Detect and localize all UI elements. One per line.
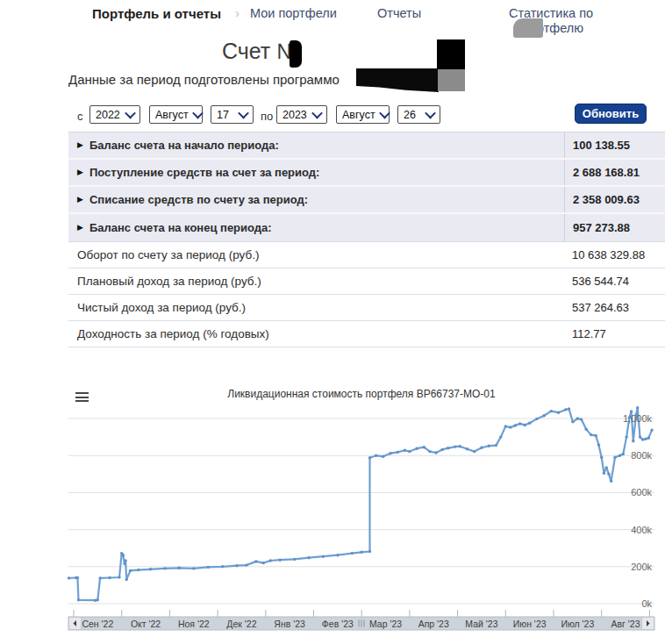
data-point-marker (466, 447, 468, 450)
to-label: по (261, 110, 273, 123)
from-label: с (77, 110, 83, 123)
data-point-marker (351, 552, 354, 555)
to-month-select[interactable]: Август (336, 105, 390, 124)
data-point-marker (368, 456, 371, 459)
data-point-marker (221, 565, 224, 568)
to-year-select[interactable]: 2023 (276, 105, 327, 124)
data-point-marker (124, 559, 126, 562)
data-point-marker (408, 450, 411, 453)
data-point-marker (192, 567, 195, 569)
data-point-marker (97, 598, 99, 601)
account-summary-table: ▶Баланс счета на начало периода: 100 138… (68, 132, 665, 347)
to-day-value: 26 (404, 109, 416, 121)
data-point-marker (254, 560, 257, 562)
chevron-down-icon (425, 108, 436, 119)
row-value: 10 638 329.88 (564, 242, 665, 268)
row-label: Баланс счета на начало периода: (89, 139, 279, 152)
row-label: Чистый доход за период (руб.) (77, 301, 246, 314)
data-point-marker (108, 576, 111, 579)
data-point-marker (361, 551, 363, 554)
data-point-marker (636, 406, 639, 409)
data-point-marker (590, 433, 592, 436)
x-axis-label: Авг '23 (611, 619, 640, 629)
data-point-marker (495, 444, 497, 447)
table-row: Плановый доход за период (руб.) 536 544.… (68, 268, 665, 295)
data-point-marker (336, 554, 339, 556)
x-axis-label: Июн '23 (513, 619, 547, 629)
y-axis-label: 200k (631, 562, 652, 572)
to-day-select[interactable]: 26 (397, 105, 440, 124)
data-point-marker (535, 418, 538, 420)
data-point-marker (639, 435, 641, 438)
data-point-marker (415, 447, 418, 450)
data-point-marker (580, 418, 583, 420)
y-axis-label: 0k (641, 598, 652, 609)
data-point-marker (375, 454, 377, 457)
data-point-marker (610, 480, 612, 483)
data-point-marker (564, 408, 567, 411)
expand-arrow-icon[interactable]: ▶ (77, 141, 83, 149)
data-point-marker (389, 452, 391, 454)
data-point-marker (440, 448, 443, 451)
chevron-down-icon (311, 108, 323, 119)
row-label: Баланс счета на конец периода: (89, 221, 272, 234)
redacted-account-number (290, 40, 302, 68)
nav-my-portfolios[interactable]: Мои портфели (250, 6, 337, 20)
x-axis-label: Ноя '22 (178, 619, 210, 629)
data-point-marker (149, 568, 152, 570)
data-point-marker (404, 449, 406, 452)
data-point-marker (322, 555, 325, 558)
nav-reports[interactable]: Отчеты (377, 6, 421, 20)
row-label: Поступление средств на счет за период: (89, 166, 319, 179)
data-point-marker (597, 443, 600, 446)
row-value: 2 358 009.63 (564, 187, 665, 212)
from-year-select[interactable]: 2022 (89, 105, 140, 124)
data-point-marker (122, 554, 125, 556)
data-point-marker (600, 456, 603, 459)
data-point-marker (428, 450, 431, 453)
from-month-select[interactable]: Август (149, 105, 203, 124)
table-row: Чистый доход за период (руб.) 537 264.63 (68, 295, 665, 321)
expand-arrow-icon[interactable]: ▶ (77, 224, 83, 232)
data-point-marker (647, 437, 650, 440)
chevron-down-icon (192, 108, 204, 119)
to-month-value: Август (342, 109, 375, 121)
data-point-marker (125, 578, 128, 581)
data-point-marker (163, 567, 166, 569)
row-value: 112.77 (564, 321, 665, 347)
data-point-marker (557, 411, 560, 414)
data-point-marker (423, 446, 425, 448)
expand-arrow-icon[interactable]: ▶ (77, 196, 83, 204)
data-point-marker (129, 569, 132, 572)
x-axis-label: Окт '22 (131, 619, 161, 629)
report-note: Данные за период подготовлены программо (68, 72, 340, 87)
y-axis-label: 400k (631, 525, 652, 535)
table-row[interactable]: ▶Баланс счета на конец периода: 957 273.… (68, 214, 665, 242)
x-axis-label: Мар '23 (369, 619, 402, 629)
chevron-down-icon (379, 108, 390, 119)
row-value: 100 138.55 (564, 132, 665, 158)
redaction-bar (356, 68, 439, 92)
data-point-marker (607, 473, 610, 476)
data-point-marker (524, 424, 526, 426)
table-row: Доходность за период (% годовых) 112.77 (68, 321, 665, 347)
row-label: Списание средств по счету за период: (89, 193, 308, 206)
data-point-marker (245, 563, 247, 566)
table-row[interactable]: ▶Баланс счета на начало периода: 100 138… (68, 132, 665, 160)
update-button[interactable]: Обновить (575, 104, 647, 124)
table-row[interactable]: ▶Списание средств по счету за период: 2 … (68, 187, 665, 214)
expand-arrow-icon[interactable]: ▶ (77, 168, 83, 176)
redaction-blob (513, 18, 543, 38)
from-month-value: Август (155, 109, 189, 121)
data-point-marker (594, 434, 597, 437)
portfolio-value-chart: Сен '22Окт '22Ноя '22Дек '22Янв '23Фев '… (0, 383, 665, 642)
x-axis-label: Янв '23 (274, 619, 305, 629)
data-point-marker (459, 445, 461, 447)
from-day-select[interactable]: 17 (211, 105, 254, 124)
table-row[interactable]: ▶Поступление средств на счет за период: … (68, 160, 665, 187)
nav-portfolio-and-reports[interactable]: Портфель и отчеты (92, 6, 221, 21)
data-point-marker (528, 422, 531, 425)
data-point-marker (473, 450, 476, 453)
data-point-marker (235, 564, 238, 567)
from-year-value: 2022 (96, 109, 120, 121)
